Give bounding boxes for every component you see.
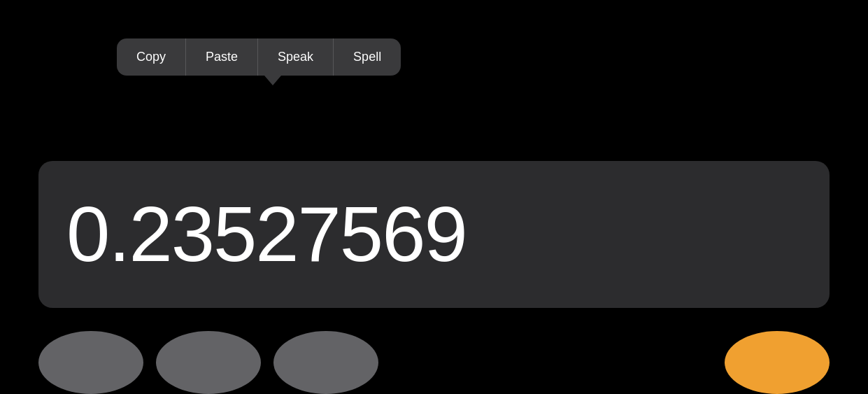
calc-button-4[interactable]: [725, 331, 830, 394]
context-menu-wrapper: Copy Paste Speak Spell: [117, 38, 401, 85]
spell-button[interactable]: Spell: [334, 38, 401, 76]
display-value: 0.23527569: [66, 195, 467, 274]
calc-button-1[interactable]: [38, 331, 143, 394]
copy-button[interactable]: Copy: [117, 38, 186, 76]
calculator-display: 0.23527569: [38, 161, 830, 308]
speak-button[interactable]: Speak: [258, 38, 334, 76]
context-menu-arrow: [264, 76, 281, 85]
calc-button-2[interactable]: [156, 331, 261, 394]
bottom-buttons-row: [0, 317, 868, 394]
context-menu: Copy Paste Speak Spell: [117, 38, 401, 76]
paste-button[interactable]: Paste: [186, 38, 258, 76]
calc-button-3[interactable]: [273, 331, 378, 394]
